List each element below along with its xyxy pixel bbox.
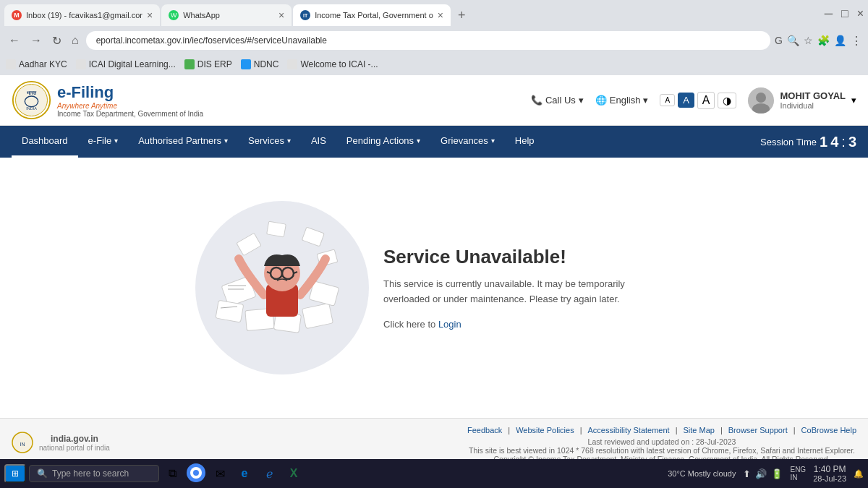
ext-puzzle-icon[interactable]: 🧩 [817,35,830,46]
india-gov-name: india.gov.in [39,434,110,444]
session-minutes: 4 [830,134,838,150]
network-icon[interactable]: ⬆ [743,468,751,479]
bookmark-ndnc[interactable]: NDNC [241,59,279,69]
footer-sitemap-link[interactable]: Site Map [684,426,715,435]
bookmark-dis[interactable]: DIS ERP [184,59,232,69]
svg-text:INDIA: INDIA [26,106,37,111]
svg-point-6 [756,93,766,103]
nav-authorised-partners[interactable]: Authorised Partners ▾ [128,126,238,158]
nav-grievances[interactable]: Grievances ▾ [430,126,505,158]
taskbar-ie-icon[interactable]: ℯ [259,463,279,484]
nav-pending-actions[interactable]: Pending Actions ▾ [336,126,430,158]
url-input[interactable] [86,31,770,50]
nav-services-arrow-icon: ▾ [287,137,291,145]
taskbar-date-display: 28-Jul-23 [813,474,846,483]
battery-icon[interactable]: 🔋 [771,468,783,479]
nav-efile[interactable]: e-File ▾ [78,126,129,158]
logo-efiling-text: e-Filing Anywhere Anytime [57,83,203,110]
svg-rect-9 [216,300,244,322]
forward-button[interactable]: → [27,31,45,50]
footer-policies-link[interactable]: Website Policies [516,426,574,435]
windows-icon: ⊞ [12,468,19,479]
footer-cobrowse-link[interactable]: CoBrowse Help [801,426,856,435]
nav-partners-arrow-icon: ▾ [224,137,228,145]
nav-ais[interactable]: AIS [301,126,336,158]
font-medium-button[interactable]: A [678,93,694,108]
nav-pending-arrow-icon: ▾ [417,137,420,145]
footer-feedback-link[interactable]: Feedback [467,426,502,435]
taskbar-app-icons: ⧉ ✉ e ℯ X [162,463,304,484]
header-actions: 📞 Call Us ▾ 🌐 English ▾ A A A ◑ [531,87,856,114]
taskbar-excel-icon[interactable]: X [284,463,304,484]
address-bar: ← → ↻ ⌂ G 🔍 ☆ 🧩 👤 ⋮ [0,26,868,55]
bookmark-aadhar[interactable]: Aadhar KYC [6,59,67,69]
keyboard-lang[interactable]: ENG IN [790,466,806,481]
footer-india-gov: IN india.gov.in national portal of india [12,426,110,459]
tab-incometax-close[interactable]: × [438,9,443,21]
start-button[interactable]: ⊞ [4,464,26,483]
windows-taskbar: ⊞ 🔍 Type here to search ⧉ ✉ e ℯ X 30°C M… [0,459,868,488]
nav-help[interactable]: Help [505,126,545,158]
footer-browser-link[interactable]: Browser Support [728,426,788,435]
website: भारत INDIA e-Filing Anywhere Anytime Inc… [0,75,868,471]
new-tab-button[interactable]: + [452,8,472,23]
ext-bookmark-icon[interactable]: ☆ [804,35,813,46]
user-name: MOHIT GOYAL [780,90,846,101]
nav-efile-arrow-icon: ▾ [114,137,118,145]
error-text-area: Service Unavailable! This service is cur… [369,231,673,344]
taskbar-chrome-icon[interactable] [187,463,205,482]
taskbar-time-display: 1:40 PM [813,464,846,474]
login-link[interactable]: Login [438,319,461,330]
taskbar-taskview-icon[interactable]: ⧉ [162,463,182,484]
volume-icon[interactable]: 🔊 [755,468,767,479]
user-avatar [748,87,774,114]
tab-incometax[interactable]: IT Income Tax Portal, Government o × [293,4,451,26]
site-nav: Dashboard e-File ▾ Authorised Partners ▾… [0,126,868,158]
tab-gmail-title: Inbox (19) - fcavikas1@gmail.cor [26,11,142,20]
reload-button[interactable]: ↻ [49,31,64,51]
maximize-icon[interactable]: □ [841,7,848,20]
svg-point-31 [193,470,199,476]
globe-icon: 🌐 [595,95,607,106]
contrast-button[interactable]: ◑ [718,93,736,108]
minimize-icon[interactable]: ─ [825,7,833,20]
footer-accessibility-link[interactable]: Accessibility Statement [588,426,670,435]
browser-chrome: M Inbox (19) - fcavikas1@gmail.cor × W W… [0,0,868,75]
browser-extensions: G 🔍 ☆ 🧩 👤 ⋮ [775,34,862,48]
nav-services[interactable]: Services ▾ [238,126,301,158]
nav-dashboard[interactable]: Dashboard [12,126,78,158]
call-arrow-icon: ▾ [579,95,584,106]
session-time-label: Session Time [760,137,817,147]
font-small-button[interactable]: A [660,94,675,106]
ext-search-icon[interactable]: 🔍 [787,35,799,46]
taskbar-clock[interactable]: 1:40 PM 28-Jul-23 [813,464,846,483]
menu-icon[interactable]: ⋮ [851,34,862,48]
logo-text: e-Filing Anywhere Anytime Income Tax Dep… [57,83,203,118]
taskbar-mail-icon[interactable]: ✉ [210,463,230,484]
bookmark-icai[interactable]: ICAI Digital Learning... [76,59,176,69]
tab-whatsapp-close[interactable]: × [278,9,284,21]
svg-rect-15 [267,221,286,237]
tab-gmail[interactable]: M Inbox (19) - fcavikas1@gmail.cor × [4,4,160,26]
user-role: Individual [780,101,846,110]
weather-text: 30°C Mostly cloudy [668,469,736,478]
user-area[interactable]: MOHIT GOYAL Individual ▾ [748,87,856,114]
font-large-button[interactable]: A [697,92,715,109]
system-tray-icons: ⬆ 🔊 🔋 [743,468,783,479]
call-us-button[interactable]: 📞 Call Us ▾ [531,95,584,106]
back-button[interactable]: ← [6,31,23,50]
taskbar-search[interactable]: 🔍 Type here to search [29,465,159,482]
session-separator: : [841,134,846,150]
close-window-icon[interactable]: × [857,7,864,20]
svg-rect-16 [302,227,324,247]
taskbar-edge-icon[interactable]: e [234,463,255,484]
notification-icon[interactable]: 🔔 [854,469,864,479]
tab-gmail-close[interactable]: × [147,9,153,21]
ext-avatar-icon[interactable]: 👤 [834,35,846,46]
home-button[interactable]: ⌂ [69,31,82,50]
bookmark-icai2[interactable]: Welcome to ICAI -... [287,59,378,69]
language-selector[interactable]: 🌐 English ▾ [595,95,649,106]
ext-g-icon[interactable]: G [775,35,783,46]
tab-whatsapp[interactable]: W WhatsApp × [161,4,292,26]
logo-dept-text: Income Tax Department, Government of Ind… [57,110,203,118]
